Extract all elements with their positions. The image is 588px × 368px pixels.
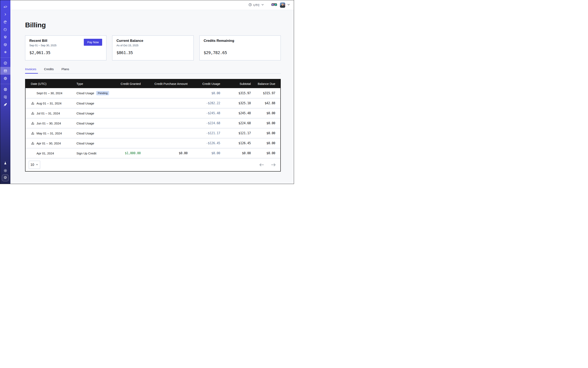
sidebar-item-usage[interactable] bbox=[0, 59, 10, 67]
arrow-right-icon bbox=[271, 163, 276, 166]
invoice-type: Cloud Usage bbox=[76, 111, 94, 115]
chevron-down-icon bbox=[287, 3, 290, 7]
sidebar-item-settings[interactable] bbox=[0, 75, 10, 82]
cube-icon bbox=[3, 43, 7, 46]
subtotal-value: $315.97 bbox=[220, 91, 251, 95]
card-title: Credits Remaining bbox=[204, 39, 276, 43]
sidebar-item-support[interactable] bbox=[0, 86, 10, 93]
avatar[interactable] bbox=[280, 2, 285, 8]
card-subtitle bbox=[204, 44, 276, 47]
table-body: Sept 01 – 30, 2024 Cloud Usage Pending $… bbox=[26, 88, 280, 158]
table-header: Date (UTC) Type Credit Granted Credit Pu… bbox=[26, 79, 280, 88]
column-header-credit-purchase: Credit Purchase Amount bbox=[141, 82, 188, 85]
column-header-date: Date (UTC) bbox=[26, 82, 76, 85]
summary-cards: Recent Bill Sep 01 – Sep 30, 2025 $2,061… bbox=[25, 36, 281, 60]
sidebar-item-docs[interactable] bbox=[0, 93, 10, 101]
tab-credits[interactable]: Credits bbox=[44, 67, 55, 74]
table-row: Apr 01, 2024 Sign Up Credit $1,000.00 $0… bbox=[26, 148, 280, 158]
balance-due-value: $0.00 bbox=[251, 111, 280, 115]
invoice-type: Cloud Usage bbox=[76, 101, 94, 105]
current-balance-amount: $861.35 bbox=[117, 50, 189, 55]
recent-bill-amount: $2,061.35 bbox=[29, 50, 102, 55]
card-title: Current Balance bbox=[117, 39, 189, 43]
asterisk-icon bbox=[4, 50, 7, 54]
balance-due-value: $0.00 bbox=[251, 121, 280, 125]
balance-due-value: $0.00 bbox=[251, 131, 280, 135]
download-invoice-button[interactable] bbox=[31, 111, 35, 115]
column-header-balance-due: Balance Due bbox=[251, 82, 280, 85]
timezone-selector[interactable]: UTC bbox=[248, 3, 264, 7]
download-invoice-button[interactable] bbox=[31, 131, 35, 135]
balance-due-value: $0.00 bbox=[251, 141, 280, 145]
subtotal-value: $121.17 bbox=[220, 131, 251, 135]
subtotal-value: $0.00 bbox=[220, 151, 251, 155]
sidebar-item-logo[interactable] bbox=[0, 3, 10, 11]
chevron-right-icon bbox=[4, 13, 7, 16]
book-plus-icon bbox=[3, 95, 7, 99]
subtotal-value: $126.45 bbox=[220, 141, 251, 145]
billing-invoice-icon bbox=[3, 69, 7, 73]
balance-due-value: $42.88 bbox=[251, 101, 280, 105]
balance-due-value: $0.00 bbox=[251, 151, 280, 155]
sidebar-item-layers[interactable] bbox=[0, 33, 10, 41]
credits-remaining-card: Credits Remaining $29,782.65 bbox=[199, 36, 281, 60]
credit-granted-value: $1,000.00 bbox=[113, 151, 141, 155]
clock-icon bbox=[248, 3, 252, 7]
invoice-date: Apr 01 – 30, 2024 bbox=[36, 142, 61, 145]
table-row: Apr 01 – 30, 2024 Cloud Usage -$126.45 $… bbox=[26, 138, 280, 148]
page-size-value: 10 bbox=[31, 163, 34, 167]
gauge-icon bbox=[3, 61, 7, 65]
glasses-icon bbox=[271, 3, 277, 7]
credit-purchase-value: $0.00 bbox=[141, 151, 188, 155]
sidebar-item-timer[interactable] bbox=[0, 26, 10, 33]
gear-icon bbox=[3, 76, 7, 80]
download-icon bbox=[31, 132, 35, 135]
credit-usage-value: -$245.48 bbox=[188, 111, 220, 115]
invoice-type: Cloud Usage bbox=[76, 132, 94, 135]
sidebar-item-getting-started[interactable] bbox=[0, 101, 10, 108]
download-invoice-button[interactable] bbox=[31, 121, 35, 125]
invoice-date: Aug 01 – 31, 2024 bbox=[36, 101, 62, 105]
credit-usage-value: -$224.68 bbox=[188, 121, 220, 125]
credit-usage-value: $0.00 bbox=[188, 91, 220, 95]
status-badge: Pending bbox=[96, 91, 109, 95]
pay-now-button[interactable]: Pay Now bbox=[84, 39, 102, 46]
invoice-date: Apr 01, 2024 bbox=[36, 152, 54, 155]
sidebar-item-overview[interactable] bbox=[0, 18, 10, 26]
page-size-select[interactable]: 10 bbox=[29, 161, 40, 169]
download-invoice-button[interactable] bbox=[31, 101, 35, 105]
account-menu-button[interactable] bbox=[287, 3, 290, 7]
timer-icon bbox=[3, 28, 7, 31]
lifebuoy-icon bbox=[3, 88, 7, 91]
download-invoice-button[interactable] bbox=[31, 141, 35, 145]
balance-due-value: $315.97 bbox=[251, 91, 280, 95]
sidebar-item-billing[interactable] bbox=[0, 67, 10, 75]
invoice-type: Cloud Usage bbox=[76, 91, 94, 95]
tab-plans[interactable]: Plans bbox=[61, 67, 71, 74]
tab-invoices[interactable]: Invoices bbox=[25, 67, 38, 74]
sidebar-item-credits[interactable]: $ bbox=[2, 175, 9, 181]
table-row: Sept 01 – 30, 2024 Cloud Usage Pending $… bbox=[26, 88, 280, 98]
card-subtitle: As of Oct 15, 2025 bbox=[117, 44, 189, 47]
sidebar-item-cube[interactable] bbox=[0, 41, 10, 48]
credits-remaining-amount: $29,782.65 bbox=[204, 50, 276, 55]
credit-usage-value: -$282.22 bbox=[188, 101, 220, 105]
sidebar-item-expand[interactable] bbox=[0, 11, 10, 18]
chevron-down-icon bbox=[261, 3, 264, 7]
sidebar-item-labs[interactable] bbox=[0, 159, 10, 167]
invoice-date: May 01 – 31, 2024 bbox=[36, 132, 62, 135]
table-row: Jul 01 – 31, 2024 Cloud Usage -$245.48 $… bbox=[26, 108, 280, 118]
orbit-logo-icon bbox=[3, 5, 7, 9]
invoice-type: Cloud Usage bbox=[76, 122, 94, 125]
next-page-button[interactable] bbox=[271, 163, 276, 166]
download-icon bbox=[31, 111, 35, 115]
invoice-type: Cloud Usage bbox=[76, 142, 94, 145]
svg-text:$: $ bbox=[5, 176, 6, 178]
download-icon bbox=[31, 122, 35, 125]
sidebar-item-theme[interactable] bbox=[0, 167, 10, 175]
table-row: Jun 01 – 30, 2024 Cloud Usage -$224.68 $… bbox=[26, 118, 280, 128]
demo-mode-button[interactable] bbox=[271, 3, 277, 7]
invoice-type: Sign Up Credit bbox=[76, 152, 96, 155]
sidebar-item-functions[interactable] bbox=[0, 48, 10, 56]
previous-page-button[interactable] bbox=[259, 163, 264, 166]
